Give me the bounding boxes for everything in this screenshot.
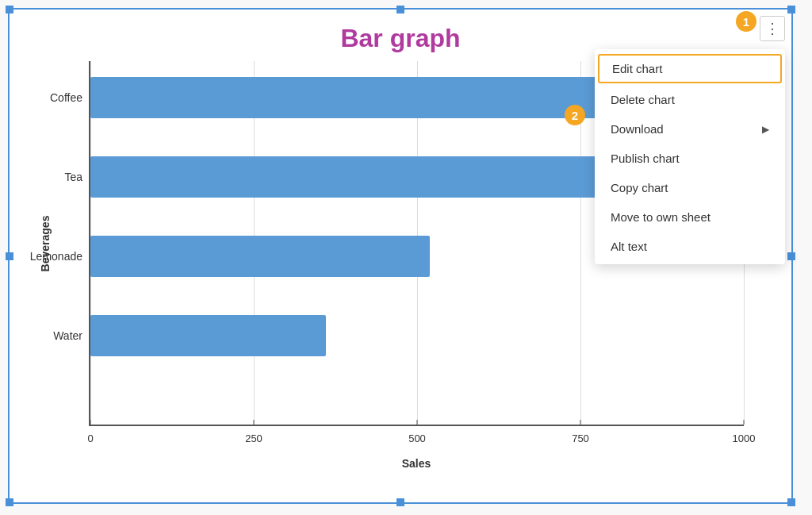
menu-item-label: Edit chart xyxy=(612,62,662,75)
menu-item-label: Copy chart xyxy=(611,181,668,194)
chart-container: 1 ⋮ Bar graph Beverages Sales 0250500750… xyxy=(8,8,793,504)
menu-item-move-to-own-sheet[interactable]: Move to own sheet xyxy=(595,202,785,232)
bar xyxy=(90,156,613,198)
x-tick-line xyxy=(90,420,91,425)
menu-item-label: Alt text xyxy=(611,240,647,253)
badge-2-label: 2 xyxy=(572,109,578,122)
handle-middle-left[interactable] xyxy=(6,252,13,260)
x-tick-line xyxy=(254,420,255,425)
handle-bottom-right[interactable] xyxy=(787,498,795,506)
handle-bottom-center[interactable] xyxy=(396,498,404,506)
handle-top-right[interactable] xyxy=(787,6,795,13)
x-tick-line xyxy=(580,420,581,425)
bar-label: Coffee xyxy=(15,91,82,104)
bar-label: Water xyxy=(15,329,82,342)
x-axis-label: Sales xyxy=(402,457,431,470)
bar-label: Lemonade xyxy=(15,250,82,263)
x-tick-label: 500 xyxy=(408,432,426,444)
menu-item-alt-text[interactable]: Alt text xyxy=(595,232,785,261)
menu-item-publish-chart[interactable]: Publish chart xyxy=(595,144,785,173)
menu-item-copy-chart[interactable]: Copy chart xyxy=(595,173,785,202)
x-tick-line xyxy=(417,420,418,425)
menu-item-label: Delete chart xyxy=(611,93,675,106)
bar xyxy=(90,236,430,277)
menu-item-edit-chart[interactable]: Edit chart xyxy=(598,54,782,83)
three-dot-button[interactable]: ⋮ xyxy=(760,16,785,41)
bar xyxy=(90,77,645,118)
menu-item-download[interactable]: Download▶ xyxy=(595,114,785,144)
bar xyxy=(90,315,326,356)
x-tick-label: 1000 xyxy=(733,432,756,444)
menu-item-label: Publish chart xyxy=(611,152,680,165)
handle-middle-right[interactable] xyxy=(787,252,795,260)
menu-item-label: Download xyxy=(611,122,664,136)
menu-item-delete-chart[interactable]: Delete chart xyxy=(595,85,785,114)
bar-label: Tea xyxy=(15,171,82,183)
badge-1: 1 xyxy=(736,11,756,32)
submenu-arrow-icon: ▶ xyxy=(762,124,769,135)
x-tick-line xyxy=(744,420,745,425)
chart-title: Bar graph xyxy=(10,10,791,53)
handle-bottom-left[interactable] xyxy=(6,498,13,506)
x-tick-label: 0 xyxy=(87,432,93,444)
handle-top-left[interactable] xyxy=(6,6,13,13)
menu-item-label: Move to own sheet xyxy=(611,210,710,224)
x-tick-label: 750 xyxy=(572,432,589,444)
x-tick-label: 250 xyxy=(245,432,262,444)
bar-row: Water xyxy=(90,315,744,356)
y-axis-label: Beverages xyxy=(39,216,52,272)
badge-2: 2 xyxy=(565,105,585,125)
badge-1-label: 1 xyxy=(743,15,749,29)
handle-top-center[interactable] xyxy=(396,6,404,13)
context-menu: Edit chartDelete chartDownload▶Publish c… xyxy=(595,49,785,264)
three-dot-icon: ⋮ xyxy=(765,20,780,37)
